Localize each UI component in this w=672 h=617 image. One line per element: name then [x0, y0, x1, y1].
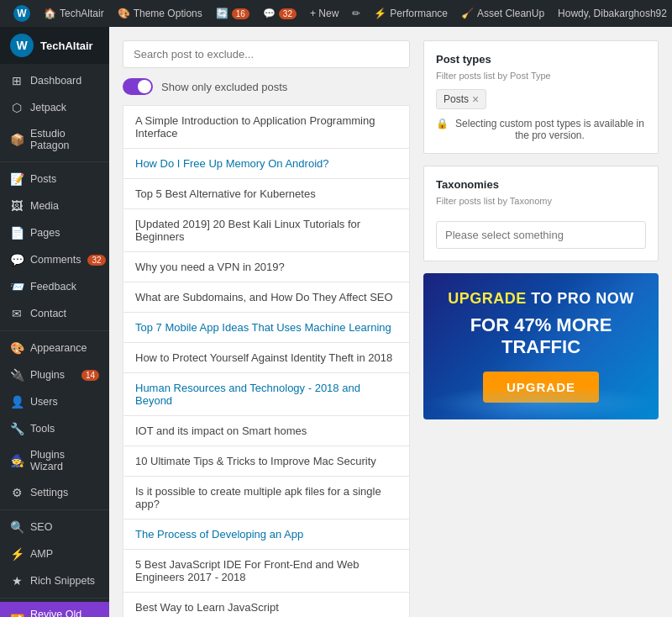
cleanup-label: Asset CleanUp [477, 8, 544, 19]
post-item[interactable]: What are Subdomains, and How Do They Aff… [123, 282, 410, 313]
revive-icon: 🔁 [10, 614, 24, 617]
comments-sidebar-icon: 💬 [10, 253, 24, 266]
post-item[interactable]: Why you need a VPN in 2019? [123, 252, 410, 282]
site-title: TechAltair [40, 40, 93, 52]
posts-icon: 📝 [10, 172, 24, 186]
sidebar-menu: ⊞ Dashboard ⬡ Jetpack 📦 Estudio Patagon … [0, 64, 109, 617]
post-item[interactable]: The Process of Developing an App [123, 519, 410, 550]
home-icon: 🏠 [44, 8, 56, 19]
post-item[interactable]: Human Resources and Technology - 2018 an… [123, 373, 410, 416]
edit-bar-item[interactable]: ✏ [345, 0, 367, 27]
post-type-label: Posts [444, 93, 469, 105]
sidebar-item-comments[interactable]: 💬 Comments 32 [0, 246, 109, 273]
sidebar-item-plugins[interactable]: 🔌 Plugins 14 [0, 361, 109, 388]
cleanup-bar-item[interactable]: 🧹 Asset CleanUp [454, 0, 551, 27]
updates-badge: 16 [232, 8, 249, 19]
divider-2 [0, 330, 109, 331]
sidebar-item-jetpack[interactable]: ⬡ Jetpack [0, 94, 109, 121]
post-types-title: Post types [436, 53, 646, 66]
cleanup-icon: 🧹 [461, 8, 474, 19]
sidebar-item-appearance[interactable]: 🎨 Appearance [0, 335, 109, 361]
post-types-section: Post types Filter posts list by Post Typ… [423, 40, 659, 154]
sidebar-item-pages[interactable]: 📄 Pages [0, 219, 109, 246]
post-item[interactable]: IOT and its impact on Smart homes [123, 416, 410, 446]
sidebar-item-estudio[interactable]: 📦 Estudio Patagon [0, 121, 109, 158]
sidebar-logo[interactable]: W TechAltair [0, 27, 109, 64]
sidebar-label-jetpack: Jetpack [30, 102, 66, 113]
post-item[interactable]: [Updated 2019] 20 Best Kali Linux Tutori… [123, 209, 410, 252]
taxonomies-title: Taxonomies [436, 178, 646, 191]
sidebar-item-plugins-wizard[interactable]: 🧙 Plugins Wizard [0, 442, 109, 479]
comments-bar-item[interactable]: 💬 32 [256, 0, 303, 27]
posts-list: A Simple Introduction to Application Pro… [123, 105, 410, 617]
home-bar-item[interactable]: 🏠 TechAltair [37, 0, 111, 27]
upgrade-to-pro: TO PRO NOW [531, 290, 634, 307]
admin-bar: W 🏠 TechAltair 🎨 Theme Options 🔄 16 💬 32… [0, 0, 672, 27]
post-item[interactable]: How to Protect Yourself Against Identity… [123, 343, 410, 373]
sidebar-label-plugins-wizard: Plugins Wizard [30, 449, 99, 472]
sidebar-label-posts: Posts [30, 173, 56, 185]
left-panel: Show only excluded posts A Simple Introd… [123, 40, 410, 617]
post-item[interactable]: Top 7 Mobile App Ideas That Uses Machine… [123, 313, 410, 343]
sidebar-item-tools[interactable]: 🔧 Tools [0, 415, 109, 442]
divider-4 [0, 598, 109, 599]
sidebar-item-contact[interactable]: ✉ Contact [0, 300, 109, 327]
post-item[interactable]: Best Way to Learn JavaScript [123, 593, 410, 617]
estudio-icon: 📦 [10, 133, 24, 146]
sidebar-item-users[interactable]: 👤 Users [0, 388, 109, 415]
jetpack-icon: ⬡ [10, 101, 24, 114]
sidebar-label-feedback: Feedback [30, 281, 76, 293]
lock-icon: 🔒 [436, 118, 449, 129]
updates-bar-item[interactable]: 🔄 16 [209, 0, 256, 27]
taxonomy-select-input[interactable] [436, 221, 646, 249]
post-item[interactable]: How Do I Free Up Memory On Android? [123, 149, 410, 179]
main-content: Show only excluded posts A Simple Introd… [109, 27, 672, 617]
exclude-toggle[interactable] [123, 78, 153, 95]
right-panel: Post types Filter posts list by Post Typ… [423, 40, 659, 617]
sidebar-item-seo[interactable]: 🔍 SEO [0, 514, 109, 541]
theme-icon: 🎨 [118, 8, 130, 19]
new-bar-item[interactable]: + New [303, 0, 345, 27]
search-input[interactable] [123, 40, 410, 68]
post-item[interactable]: 5 Best JavaScript IDE For Front-End and … [123, 550, 410, 593]
sidebar-item-feedback[interactable]: 📨 Feedback [0, 273, 109, 300]
divider-1 [0, 161, 109, 162]
taxonomies-subtitle: Filter posts list by Taxonomy [436, 196, 646, 206]
sidebar-label-rich-snippets: Rich Snippets [30, 575, 95, 587]
sidebar-item-media[interactable]: 🖼 Media [0, 192, 109, 219]
sidebar-label-users: Users [30, 396, 58, 408]
sidebar-item-rich-snippets[interactable]: ★ Rich Snippets [0, 567, 109, 594]
contact-icon: ✉ [10, 307, 24, 320]
user-greeting[interactable]: Howdy, Dibakarghosh92 [551, 0, 672, 27]
sidebar-item-dashboard[interactable]: ⊞ Dashboard [0, 67, 109, 94]
dashboard-icon: ⊞ [10, 74, 24, 87]
sidebar-label-settings: Settings [30, 487, 68, 498]
comments-icon: 💬 [263, 8, 276, 19]
post-item[interactable]: Is it possible to create multiple apk fi… [123, 477, 410, 519]
toggle-row: Show only excluded posts [123, 78, 410, 95]
sidebar-item-amp[interactable]: ⚡ AMP [0, 541, 109, 567]
comments-badge: 32 [279, 8, 297, 19]
performance-bar-item[interactable]: ⚡ Performance [367, 0, 454, 27]
lock-text: Selecting custom post types is available… [454, 118, 646, 141]
feedback-icon: 📨 [10, 280, 24, 293]
wp-logo-bar-item[interactable]: W [7, 0, 37, 27]
post-item[interactable]: A Simple Introduction to Application Pro… [123, 105, 410, 149]
post-type-tag: Posts × [436, 89, 486, 109]
sidebar-item-revive[interactable]: 🔁 Revive Old Posts [0, 602, 109, 617]
post-item[interactable]: Top 5 Best Alternative for Kubernetes [123, 179, 410, 209]
upgrade-button[interactable]: UPGRADE [483, 372, 599, 403]
users-icon: 👤 [10, 395, 24, 409]
post-item[interactable]: 10 Ultimate Tips & Tricks to Improve Mac… [123, 446, 410, 477]
sidebar-item-settings[interactable]: ⚙ Settings [0, 479, 109, 506]
post-types-subtitle: Filter posts list by Post Type [436, 71, 646, 81]
plugins-sidebar-badge: 14 [81, 370, 99, 381]
sidebar-label-contact: Contact [30, 308, 66, 319]
remove-post-type-button[interactable]: × [472, 92, 479, 106]
content-grid: Show only excluded posts A Simple Introd… [123, 40, 659, 617]
theme-options-bar-item[interactable]: 🎨 Theme Options [111, 0, 209, 27]
new-label: + New [310, 8, 339, 19]
upgrade-banner: UPGRADE TO PRO NOW FOR 47% MORE TRAFFIC … [423, 273, 659, 419]
sidebar-item-posts[interactable]: 📝 Posts [0, 166, 109, 192]
wp-logo: W [10, 34, 34, 57]
